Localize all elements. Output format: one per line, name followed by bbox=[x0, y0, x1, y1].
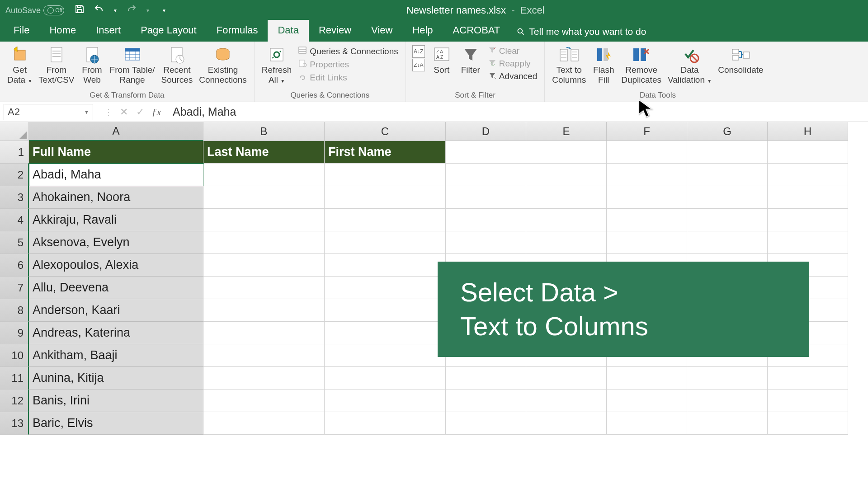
cell-A5[interactable]: Aksenova, Evelyn bbox=[29, 231, 203, 254]
tab-view[interactable]: View bbox=[361, 20, 402, 42]
remove-duplicates-button[interactable]: Remove Duplicates bbox=[618, 43, 664, 85]
cell-B7[interactable] bbox=[203, 277, 325, 299]
cell-F2[interactable] bbox=[607, 164, 687, 186]
text-to-columns-button[interactable]: Text to Columns bbox=[549, 43, 589, 85]
row-header-6[interactable]: 6 bbox=[0, 254, 29, 277]
cell-H2[interactable] bbox=[768, 164, 848, 186]
clear-filter-button[interactable]: Clear bbox=[486, 45, 540, 57]
cell-G2[interactable] bbox=[687, 164, 768, 186]
cell-G3[interactable] bbox=[687, 186, 768, 209]
cell-B9[interactable] bbox=[203, 322, 325, 344]
autosave-toggle[interactable]: AutoSave Off bbox=[5, 5, 64, 15]
cell-E4[interactable] bbox=[526, 209, 607, 231]
undo-icon[interactable] bbox=[93, 4, 105, 17]
cell-A1[interactable]: Full Name bbox=[29, 141, 203, 164]
tab-home[interactable]: Home bbox=[39, 20, 86, 42]
cell-F1[interactable] bbox=[607, 141, 687, 164]
sort-asc-button[interactable]: A↓Z bbox=[412, 45, 425, 58]
cell-F5[interactable] bbox=[607, 231, 687, 254]
row-header-1[interactable]: 1 bbox=[0, 141, 29, 164]
cell-H11[interactable] bbox=[768, 367, 848, 389]
row-header-10[interactable]: 10 bbox=[0, 344, 29, 367]
column-header-F[interactable]: F bbox=[607, 122, 687, 141]
cancel-formula-button[interactable]: ✕ bbox=[116, 104, 132, 120]
row-header-13[interactable]: 13 bbox=[0, 412, 29, 435]
tell-me-search[interactable]: Tell me what you want to do bbox=[516, 26, 646, 42]
cell-B4[interactable] bbox=[203, 209, 325, 231]
column-header-A[interactable]: A bbox=[29, 122, 203, 141]
cell-D5[interactable] bbox=[446, 231, 526, 254]
row-header-4[interactable]: 4 bbox=[0, 209, 29, 231]
formula-content[interactable]: Abadi, Maha bbox=[165, 105, 236, 118]
cell-E5[interactable] bbox=[526, 231, 607, 254]
name-box-dropdown-icon[interactable]: ▼ bbox=[84, 109, 89, 115]
cell-B1[interactable]: Last Name bbox=[203, 141, 325, 164]
cell-E13[interactable] bbox=[526, 412, 607, 435]
cell-C11[interactable] bbox=[325, 367, 446, 389]
cell-B12[interactable] bbox=[203, 389, 325, 412]
cell-C13[interactable] bbox=[325, 412, 446, 435]
cell-C4[interactable] bbox=[325, 209, 446, 231]
cell-E2[interactable] bbox=[526, 164, 607, 186]
edit-links-button[interactable]: Edit Links bbox=[295, 71, 401, 84]
save-icon[interactable] bbox=[74, 4, 85, 17]
cell-A7[interactable]: Allu, Deevena bbox=[29, 277, 203, 299]
cell-E11[interactable] bbox=[526, 367, 607, 389]
cell-H1[interactable] bbox=[768, 141, 848, 164]
cell-H5[interactable] bbox=[768, 231, 848, 254]
cell-B2[interactable] bbox=[203, 164, 325, 186]
cell-B10[interactable] bbox=[203, 344, 325, 367]
cell-A13[interactable]: Baric, Elvis bbox=[29, 412, 203, 435]
tab-help[interactable]: Help bbox=[402, 20, 443, 42]
cell-C5[interactable] bbox=[325, 231, 446, 254]
cell-H4[interactable] bbox=[768, 209, 848, 231]
flash-fill-button[interactable]: Flash Fill bbox=[590, 43, 618, 85]
row-header-9[interactable]: 9 bbox=[0, 322, 29, 344]
autosave-switch[interactable]: Off bbox=[43, 5, 64, 15]
fx-button[interactable]: ƒx bbox=[148, 104, 165, 120]
cell-D3[interactable] bbox=[446, 186, 526, 209]
cell-C1[interactable]: First Name bbox=[325, 141, 446, 164]
cell-E3[interactable] bbox=[526, 186, 607, 209]
cell-E12[interactable] bbox=[526, 389, 607, 412]
from-web-button[interactable]: From Web bbox=[78, 43, 106, 85]
name-box[interactable]: A2 ▼ bbox=[4, 104, 93, 120]
cell-B11[interactable] bbox=[203, 367, 325, 389]
tab-page-layout[interactable]: Page Layout bbox=[131, 20, 207, 42]
refresh-all-button[interactable]: Refresh All ▼ bbox=[259, 43, 295, 85]
cell-A9[interactable]: Andreas, Katerina bbox=[29, 322, 203, 344]
from-table-range-button[interactable]: From Table/ Range bbox=[107, 43, 158, 85]
reapply-button[interactable]: Reapply bbox=[486, 58, 540, 70]
cell-C9[interactable] bbox=[325, 322, 446, 344]
cell-F13[interactable] bbox=[607, 412, 687, 435]
cell-C2[interactable] bbox=[325, 164, 446, 186]
cell-G5[interactable] bbox=[687, 231, 768, 254]
row-header-11[interactable]: 11 bbox=[0, 367, 29, 389]
cell-A2[interactable]: Abadi, Maha bbox=[29, 164, 203, 186]
column-header-H[interactable]: H bbox=[768, 122, 848, 141]
tab-file[interactable]: File bbox=[4, 20, 39, 42]
cell-A10[interactable]: Ankitham, Baaji bbox=[29, 344, 203, 367]
cell-F12[interactable] bbox=[607, 389, 687, 412]
row-header-3[interactable]: 3 bbox=[0, 186, 29, 209]
recent-sources-button[interactable]: Recent Sources bbox=[159, 43, 196, 85]
redo-icon[interactable] bbox=[126, 4, 137, 17]
redo-dropdown-icon[interactable]: ▼ bbox=[146, 8, 150, 13]
column-header-B[interactable]: B bbox=[203, 122, 325, 141]
properties-button[interactable]: Properties bbox=[295, 58, 401, 70]
cell-A12[interactable]: Banis, Irini bbox=[29, 389, 203, 412]
cell-A4[interactable]: Akkiraju, Ravali bbox=[29, 209, 203, 231]
cell-G12[interactable] bbox=[687, 389, 768, 412]
tab-data[interactable]: Data bbox=[268, 20, 308, 42]
cell-G13[interactable] bbox=[687, 412, 768, 435]
cell-D1[interactable] bbox=[446, 141, 526, 164]
tab-formulas[interactable]: Formulas bbox=[207, 20, 268, 42]
sort-button[interactable]: Z AA Z Sort bbox=[428, 43, 456, 75]
cell-C8[interactable] bbox=[325, 299, 446, 322]
advanced-filter-button[interactable]: Advanced bbox=[486, 70, 540, 82]
row-header-5[interactable]: 5 bbox=[0, 231, 29, 254]
cell-C12[interactable] bbox=[325, 389, 446, 412]
row-header-12[interactable]: 12 bbox=[0, 389, 29, 412]
column-header-E[interactable]: E bbox=[526, 122, 607, 141]
cell-H13[interactable] bbox=[768, 412, 848, 435]
